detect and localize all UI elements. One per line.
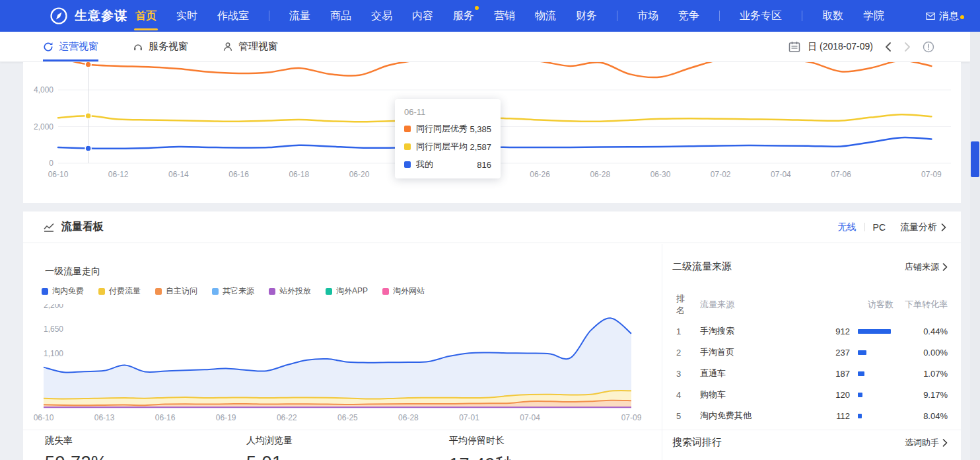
source-rank: 1 xyxy=(672,326,692,336)
nav-divider xyxy=(617,11,617,21)
view-tabs-bar: 运营视窗服务视窗管理视窗 日 (2018-07-09) xyxy=(0,32,970,62)
nav-item-product[interactable]: 商品 xyxy=(330,9,351,23)
x-axis-label: 06-13 xyxy=(94,413,115,422)
nav-item-academy[interactable]: 学院 xyxy=(863,9,884,23)
traffic-analysis-link[interactable]: 流量分析 xyxy=(900,221,946,233)
stat-label: 平均停留时长 xyxy=(449,435,514,447)
legend-item[interactable]: 淘外网站 xyxy=(382,286,425,297)
nav-item-market[interactable]: 市场 xyxy=(637,9,658,23)
legend-label: 付费流量 xyxy=(109,286,141,297)
shop-sources-link[interactable]: 店铺来源 xyxy=(905,261,948,273)
sources-column-headers: 排名流量来源访客数下单转化率 xyxy=(672,293,948,317)
series-value: 2,587 xyxy=(470,142,491,152)
source-name: 手淘首页 xyxy=(692,346,813,358)
main-nav: 首页实时作战室流量商品交易内容服务营销物流财务市场竞争业务专区取数学院 xyxy=(135,9,884,23)
tooltip-row: 同行同层平均2,587 xyxy=(404,141,491,153)
source-conversion: 0.00% xyxy=(893,348,948,358)
legend-label: 淘内免费 xyxy=(52,286,84,297)
legend-item[interactable]: 站外投放 xyxy=(269,286,311,297)
x-axis-label: 07-09 xyxy=(621,413,642,422)
legend-item[interactable]: 付费流量 xyxy=(98,286,141,297)
source-row-3[interactable]: 3直通车1871.07% xyxy=(672,363,948,384)
page-scrollbar[interactable] xyxy=(970,32,980,460)
nav-item-finance[interactable]: 财务 xyxy=(576,9,597,23)
legend-swatch xyxy=(326,288,332,295)
nav-item-marketing[interactable]: 营销 xyxy=(494,9,515,23)
nav-item-logistics[interactable]: 物流 xyxy=(535,9,556,23)
legend-item[interactable]: 其它来源 xyxy=(212,286,254,297)
x-axis-label: 07-01 xyxy=(459,413,479,422)
benchmark-trend-card: 02,0004,00006-1006-1206-1406-1606-1806-2… xyxy=(23,62,961,203)
nav-item-data-extract[interactable]: 取数 xyxy=(822,9,843,23)
series-name: 我的 xyxy=(416,159,433,171)
stat-value: 17.49秒 xyxy=(449,453,514,460)
prev-day-button[interactable] xyxy=(884,42,892,52)
nav-item-traffic[interactable]: 流量 xyxy=(289,9,310,23)
chevron-right-icon xyxy=(941,223,946,231)
x-axis-label: 06-20 xyxy=(349,170,370,179)
source-name: 手淘搜索 xyxy=(692,325,813,337)
date-label[interactable]: 日 (2018-07-09) xyxy=(808,41,873,53)
nav-item-home[interactable]: 首页 xyxy=(135,9,157,23)
toggle-wireless[interactable]: 无线 xyxy=(838,221,857,233)
traffic-trend-chart[interactable]: 05501,1001,6502,20006-1006-1306-1606-190… xyxy=(23,304,660,440)
calendar-icon[interactable] xyxy=(788,41,800,53)
nav-item-content[interactable]: 内容 xyxy=(412,9,433,23)
chevron-right-icon xyxy=(942,263,948,271)
toggle-pc[interactable]: PC xyxy=(873,222,886,233)
tab-management-view[interactable]: 管理视窗 xyxy=(223,32,278,61)
info-icon[interactable] xyxy=(923,41,934,53)
scrollbar-thumb[interactable] xyxy=(971,141,979,177)
envelope-icon xyxy=(926,13,935,20)
series-swatch xyxy=(404,161,411,168)
visitors-bar xyxy=(858,371,864,376)
word-helper-link[interactable]: 选词助手 xyxy=(905,437,948,449)
series-value: 5,385 xyxy=(470,124,491,134)
nav-item-service[interactable]: 服务 xyxy=(453,9,474,23)
tab-operations-view[interactable]: 运营视窗 xyxy=(43,32,98,61)
nav-item-war-room[interactable]: 作战室 xyxy=(217,9,249,23)
chart-tooltip: 06-11 同行同层优秀5,385同行同层平均2,587我的816 xyxy=(395,99,501,178)
stat-views-per-visitor: 人均浏览量5.01 xyxy=(246,435,293,460)
legend-item[interactable]: 淘内免费 xyxy=(42,286,84,297)
vertical-divider xyxy=(662,244,662,460)
legend-swatch xyxy=(212,288,219,295)
horizontal-divider xyxy=(23,430,961,430)
shop-sources-label: 店铺来源 xyxy=(905,261,939,273)
stat-value: 5.01 xyxy=(246,453,293,460)
source-conversion: 9.17% xyxy=(893,390,948,400)
next-day-button[interactable] xyxy=(903,42,911,52)
x-axis-label: 06-10 xyxy=(48,170,69,179)
stat-label: 跳失率 xyxy=(45,435,108,447)
nav-item-trade[interactable]: 交易 xyxy=(371,9,392,23)
stat-label: 人均浏览量 xyxy=(246,435,293,447)
legend-swatch xyxy=(98,288,105,295)
source-row-4[interactable]: 4购物车1209.17% xyxy=(672,384,948,405)
tab-service-view[interactable]: 服务视窗 xyxy=(133,32,188,61)
nav-divider xyxy=(719,11,720,21)
source-row-2[interactable]: 2手淘首页2370.00% xyxy=(672,342,948,363)
hover-dot xyxy=(85,62,91,67)
refresh-icon xyxy=(43,42,53,52)
tooltip-date: 06-11 xyxy=(404,107,491,117)
legend-item[interactable]: 淘外APP xyxy=(326,286,368,297)
source-rank: 3 xyxy=(672,369,692,379)
legend-swatch xyxy=(269,288,275,295)
line-chart-icon xyxy=(43,221,55,233)
messages-button[interactable]: 消息 xyxy=(926,0,959,32)
legend-item[interactable]: 自主访问 xyxy=(155,286,197,297)
x-axis-label: 06-22 xyxy=(277,413,297,422)
chevron-right-icon xyxy=(942,439,948,447)
nav-item-competition[interactable]: 竞争 xyxy=(678,9,699,23)
board-header-controls: 无线 PC 流量分析 xyxy=(838,221,946,233)
nav-item-business-zone[interactable]: 业务专区 xyxy=(740,9,782,23)
source-row-5[interactable]: 5淘内免费其他1128.04% xyxy=(672,405,948,426)
x-axis-label: 07-04 xyxy=(520,413,540,422)
nav-divider xyxy=(269,11,269,21)
notification-dot xyxy=(960,15,964,19)
nav-item-realtime[interactable]: 实时 xyxy=(176,9,197,23)
x-axis-label: 06-25 xyxy=(337,413,358,422)
source-row-1[interactable]: 1手淘搜索9120.44% xyxy=(672,321,948,342)
brand[interactable]: 生意参谋 xyxy=(50,7,127,25)
date-controls: 日 (2018-07-09) xyxy=(788,32,934,62)
